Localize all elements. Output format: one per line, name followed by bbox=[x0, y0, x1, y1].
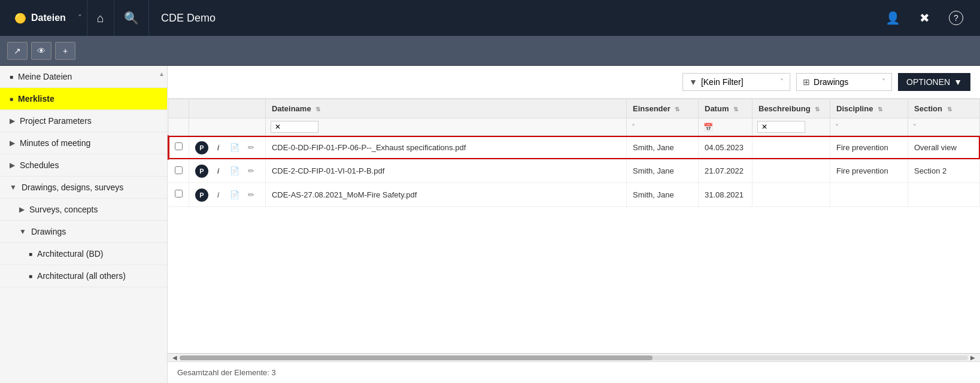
view-selector[interactable]: ⊞ Drawings ˅ bbox=[796, 73, 892, 91]
col-header-sender[interactable]: Einsender ⇅ bbox=[627, 99, 699, 118]
home-icon: ⌂ bbox=[97, 11, 104, 25]
info-icon[interactable]: i bbox=[212, 165, 225, 178]
section-text: Overall view bbox=[914, 143, 957, 152]
row-checkbox[interactable] bbox=[175, 142, 183, 150]
col-header-date[interactable]: Datum ⇅ bbox=[699, 99, 753, 118]
sidebar-item-minutes-of-meeting[interactable]: ▶ Minutes of meeting bbox=[0, 132, 167, 154]
description-filter-input[interactable] bbox=[757, 121, 805, 133]
sidebar-item-surveys-concepts[interactable]: ▶ Surveys, concepts bbox=[0, 199, 167, 221]
horizontal-scrollbar[interactable]: ◀ ▶ bbox=[168, 353, 980, 361]
pdf-icon[interactable]: 📄 bbox=[228, 141, 241, 154]
sidebar: ▲ ■ Meine Dateien ■ Merkliste ▶ Project … bbox=[0, 66, 168, 383]
filename-filter-input[interactable] bbox=[271, 121, 318, 133]
scroll-right-arrow[interactable]: ▶ bbox=[968, 354, 978, 361]
date-filter-calendar-icon[interactable]: 📅 bbox=[703, 123, 713, 132]
table-filter-row: ˅ 📅 ˅ ˅ bbox=[168, 118, 980, 136]
sidebar-item-drawings-designs-surveys[interactable]: ▼ Drawings, designs, surveys bbox=[0, 177, 167, 199]
col-header-description[interactable]: Beschreibung ⇅ bbox=[753, 99, 830, 118]
filter-cell-checkbox bbox=[168, 118, 189, 136]
content-area: ▼ [Kein Filter] ˅ ⊞ Drawings ˅ OPTIONEN … bbox=[168, 66, 980, 383]
logo-dropdown-arrow[interactable]: ˅ bbox=[73, 13, 87, 23]
sidebar-item-architectural-all[interactable]: ■ Architectural (all others) bbox=[0, 265, 167, 287]
filter-bar: ▼ [Kein Filter] ˅ ⊞ Drawings ˅ OPTIONEN … bbox=[168, 66, 980, 99]
home-button[interactable]: ⌂ bbox=[87, 0, 114, 36]
sort-icon: ⇅ bbox=[315, 106, 320, 113]
sidebar-item-meine-dateien[interactable]: ■ Meine Dateien bbox=[0, 66, 167, 88]
tools-button[interactable]: ✖ bbox=[910, 0, 939, 36]
expand-icon: ↗ bbox=[14, 46, 21, 56]
scrollbar-thumb[interactable] bbox=[180, 355, 653, 360]
table-footer: Gesamtzahl der Elemente: 3 bbox=[168, 361, 980, 383]
add-button[interactable]: + bbox=[55, 42, 75, 60]
logo-text: Dateien bbox=[31, 13, 66, 23]
row-checkbox[interactable] bbox=[175, 190, 183, 197]
sidebar-item-label: Minutes of meeting bbox=[20, 138, 90, 148]
filename-text: CDE-2-CD-FIP-01-VI-01-P-B.pdf bbox=[272, 166, 385, 175]
sort-icon: ⇅ bbox=[878, 106, 882, 113]
scroll-indicator: ▲ bbox=[159, 71, 165, 77]
options-button[interactable]: OPTIONEN ▼ bbox=[898, 73, 970, 91]
sidebar-item-label: Merkliste bbox=[18, 94, 54, 104]
col-header-filename[interactable]: Dateiname ⇅ bbox=[265, 99, 626, 118]
info-icon[interactable]: i bbox=[212, 141, 225, 154]
sidebar-item-label: Project Parameters bbox=[20, 116, 92, 126]
filter-cell-discipline[interactable]: ˅ bbox=[830, 118, 908, 136]
scrollbar-track[interactable] bbox=[180, 355, 968, 360]
p-icon[interactable]: P bbox=[195, 141, 208, 154]
pdf-icon[interactable]: 📄 bbox=[228, 188, 241, 201]
sidebar-item-architectural-bd[interactable]: ■ Architectural (BD) bbox=[0, 243, 167, 265]
scroll-left-arrow[interactable]: ◀ bbox=[170, 354, 180, 361]
col-header-discipline[interactable]: Discipline ⇅ bbox=[830, 99, 908, 118]
col-header-checkbox bbox=[168, 99, 189, 118]
sidebar-item-label: Architectural (all others) bbox=[37, 271, 126, 281]
edit-icon[interactable]: ✏ bbox=[245, 141, 258, 154]
sidebar-item-merkliste[interactable]: ■ Merkliste bbox=[0, 88, 167, 110]
p-icon[interactable]: P bbox=[195, 165, 208, 178]
pdf-icon[interactable]: 📄 bbox=[228, 165, 241, 178]
col-header-icons bbox=[189, 99, 266, 118]
filter-cell-icons bbox=[189, 118, 266, 136]
expand-button[interactable]: ↗ bbox=[7, 42, 28, 60]
file-table-container[interactable]: Dateiname ⇅ Einsender ⇅ Datum ⇅ Beschr bbox=[168, 99, 980, 353]
row-filename-cell: CDE-0-DD-FIP-01-FP-06-P--_Exhaust specif… bbox=[265, 136, 626, 160]
row-filename-cell: CDE-AS-27.08.2021_MoM-Fire Safety.pdf bbox=[265, 183, 626, 207]
table-row[interactable]: P i 📄 ✏ CDE-0-DD-FIP-01-FP-06-P--_Exhaus… bbox=[168, 136, 980, 160]
discipline-filter-dropdown[interactable]: ˅ bbox=[835, 123, 839, 132]
col-header-section[interactable]: Section ⇅ bbox=[908, 99, 980, 118]
view-button[interactable]: 👁 bbox=[31, 42, 51, 60]
row-checkbox-cell[interactable] bbox=[168, 136, 189, 160]
row-icons-cell: P i 📄 ✏ bbox=[189, 183, 266, 207]
table-row[interactable]: P i 📄 ✏ CDE-AS-27.08.2021_MoM-Fire Safet… bbox=[168, 183, 980, 207]
filter-cell-filename[interactable] bbox=[265, 118, 626, 136]
sender-text: Smith, Jane bbox=[633, 143, 674, 152]
row-checkbox-cell[interactable] bbox=[168, 183, 189, 207]
search-button[interactable]: 🔍 bbox=[114, 0, 149, 36]
sidebar-item-schedules[interactable]: ▶ Schedules bbox=[0, 154, 167, 177]
sender-filter-dropdown[interactable]: ˅ bbox=[632, 123, 635, 132]
table-row[interactable]: P i 📄 ✏ CDE-2-CD-FIP-01-VI-01-P-B.pdf Sm… bbox=[168, 159, 980, 183]
app-logo[interactable]: 🟡 Dateien bbox=[7, 13, 73, 24]
row-section-cell: Section 2 bbox=[908, 159, 980, 183]
p-icon[interactable]: P bbox=[195, 189, 208, 202]
filter-cell-date[interactable]: 📅 bbox=[699, 118, 753, 136]
row-discipline-cell: Fire prevention bbox=[830, 136, 908, 160]
edit-icon[interactable]: ✏ bbox=[245, 165, 258, 178]
filter-cell-sender[interactable]: ˅ bbox=[627, 118, 699, 136]
bullet-icon: ■ bbox=[29, 251, 32, 257]
sidebar-item-drawings[interactable]: ▼ Drawings bbox=[0, 221, 167, 243]
lock-info-icon[interactable]: i bbox=[212, 188, 225, 201]
sidebar-item-project-parameters[interactable]: ▶ Project Parameters bbox=[0, 110, 167, 132]
sidebar-item-label: Meine Dateien bbox=[18, 72, 72, 81]
plus-icon: + bbox=[63, 46, 68, 56]
user-icon: 👤 bbox=[885, 11, 900, 25]
user-button[interactable]: 👤 bbox=[876, 0, 910, 36]
filter-dropdown[interactable]: ▼ [Kein Filter] ˅ bbox=[682, 73, 790, 91]
edit-icon[interactable]: ✏ bbox=[245, 188, 258, 201]
row-checkbox-cell[interactable] bbox=[168, 159, 189, 183]
row-checkbox[interactable] bbox=[175, 166, 183, 174]
filter-cell-description[interactable] bbox=[753, 118, 830, 136]
help-button[interactable]: ? bbox=[939, 0, 973, 36]
section-filter-dropdown[interactable]: ˅ bbox=[913, 123, 917, 132]
filter-cell-section[interactable]: ˅ bbox=[908, 118, 980, 136]
filter-label: [Kein Filter] bbox=[701, 77, 744, 87]
